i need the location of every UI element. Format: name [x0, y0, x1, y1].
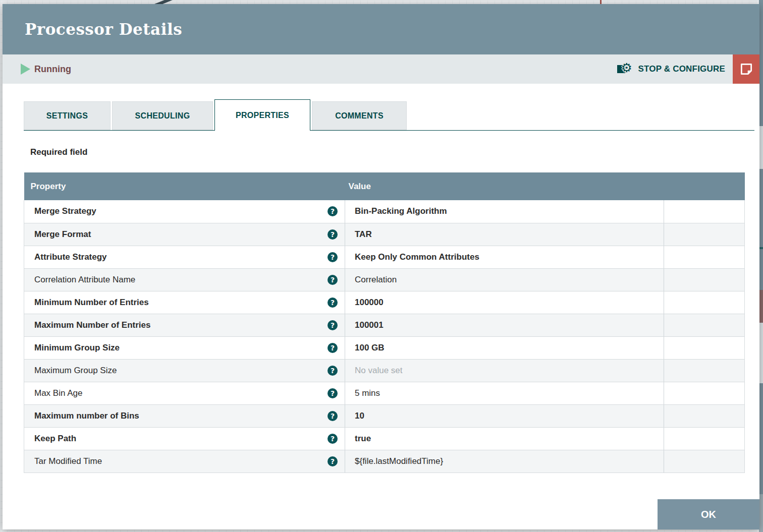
- tab-scheduling[interactable]: SCHEDULING: [112, 101, 213, 130]
- table-row: Correlation Attribute Name ? Correlation: [24, 268, 745, 291]
- property-name: Maximum number of Bins: [34, 411, 139, 421]
- table-row: Keep Path ? true: [24, 427, 745, 450]
- table-row: Maximum Number of Entries ? 100001: [24, 314, 745, 336]
- table-row: Merge Strategy ? Bin-Packing Algorithm: [24, 200, 745, 223]
- row-extra-cell: [664, 336, 745, 359]
- tab-properties[interactable]: PROPERTIES: [214, 99, 310, 131]
- note-button[interactable]: [733, 54, 759, 84]
- dialog-header: Processor Details: [3, 4, 759, 54]
- property-value: No value set: [355, 366, 403, 375]
- question-circle-icon[interactable]: ?: [328, 434, 338, 444]
- property-name: Maximum Number of Entries: [34, 320, 151, 330]
- row-extra-cell: [664, 200, 745, 223]
- property-name: Attribute Strategy: [34, 252, 107, 262]
- play-icon: [21, 64, 30, 75]
- tab-settings[interactable]: SETTINGS: [24, 101, 111, 130]
- property-value: true: [355, 434, 371, 443]
- property-value: 10: [355, 411, 364, 421]
- property-value: ${file.lastModifiedTime}: [355, 456, 443, 466]
- question-circle-icon[interactable]: ?: [328, 388, 338, 398]
- question-circle-icon[interactable]: ?: [328, 252, 338, 262]
- row-extra-cell: [664, 223, 745, 246]
- table-row: Maximum Group Size ? No value set: [24, 359, 745, 382]
- question-circle-icon[interactable]: ?: [328, 366, 338, 376]
- column-header-extra: [664, 172, 745, 200]
- row-extra-cell: [664, 268, 745, 291]
- properties-table: Property Value Merge Strategy ? Bin-Pack…: [24, 172, 745, 473]
- table-row: Minimum Group Size ? 100 GB: [24, 336, 745, 359]
- row-extra-cell: [664, 246, 745, 268]
- property-name: Keep Path: [34, 434, 76, 443]
- question-circle-icon[interactable]: ?: [328, 275, 338, 285]
- properties-table-header: Property Value: [24, 172, 745, 200]
- row-extra-cell: [664, 291, 745, 314]
- property-value: 5 mins: [355, 388, 380, 398]
- table-row: Attribute Strategy ? Keep Only Common At…: [24, 246, 745, 268]
- canvas-behind-component: [759, 0, 763, 532]
- status-label: Running: [34, 64, 71, 75]
- status-bar: Running ⚙ STOP & CONFIGURE: [3, 54, 759, 84]
- property-value: Keep Only Common Attributes: [355, 252, 479, 262]
- required-field-note: Required field: [30, 147, 87, 157]
- stop-and-configure-button[interactable]: ⚙ STOP & CONFIGURE: [617, 54, 725, 84]
- table-row: Minimum Number of Entries ? 100000: [24, 291, 745, 314]
- row-extra-cell: [664, 427, 745, 450]
- sticky-note-icon: [739, 62, 754, 77]
- column-header-value: Value: [345, 172, 664, 200]
- ok-button[interactable]: OK: [658, 499, 759, 529]
- row-extra-cell: [664, 404, 745, 427]
- question-circle-icon[interactable]: ?: [328, 320, 338, 330]
- property-name: Minimum Group Size: [34, 343, 120, 352]
- question-circle-icon[interactable]: ?: [328, 298, 338, 308]
- question-circle-icon[interactable]: ?: [328, 456, 338, 466]
- property-name: Maximum Group Size: [34, 366, 117, 375]
- property-value: Bin-Packing Algorithm: [355, 206, 447, 216]
- stop-gear-icon: ⚙: [617, 62, 634, 76]
- property-name: Minimum Number of Entries: [34, 298, 149, 307]
- property-value: 100001: [355, 320, 384, 330]
- property-name: Tar Modified Time: [34, 456, 102, 466]
- processor-details-dialog: Processor Details Running ⚙ STOP & CONFI…: [3, 4, 759, 529]
- row-extra-cell: [664, 450, 745, 472]
- column-header-property: Property: [24, 172, 345, 200]
- question-circle-icon[interactable]: ?: [328, 343, 338, 353]
- property-name: Merge Strategy: [34, 206, 96, 216]
- tab-comments-label: COMMENTS: [335, 111, 384, 121]
- properties-table-body: Merge Strategy ? Bin-Packing Algorithm M…: [24, 200, 745, 472]
- property-value: 100 GB: [355, 343, 385, 352]
- table-row: Tar Modified Time ? ${file.lastModifiedT…: [24, 450, 745, 472]
- property-name: Merge Format: [34, 229, 91, 239]
- row-extra-cell: [664, 359, 745, 382]
- table-row: Merge Format ? TAR: [24, 223, 745, 246]
- table-row: Maximum number of Bins ? 10: [24, 404, 745, 427]
- property-value: 100000: [355, 298, 384, 307]
- property-name: Max Bin Age: [34, 388, 82, 398]
- row-extra-cell: [664, 314, 745, 336]
- row-extra-cell: [664, 382, 745, 404]
- property-name: Correlation Attribute Name: [34, 275, 135, 284]
- tab-properties-label: PROPERTIES: [236, 111, 289, 120]
- question-circle-icon[interactable]: ?: [328, 411, 338, 421]
- tab-scheduling-label: SCHEDULING: [135, 111, 190, 121]
- property-value: TAR: [355, 229, 372, 239]
- stop-and-configure-label: STOP & CONFIGURE: [638, 64, 725, 74]
- tab-settings-label: SETTINGS: [46, 111, 88, 121]
- tab-comments[interactable]: COMMENTS: [312, 101, 407, 130]
- property-value: Correlation: [355, 275, 397, 284]
- gear-icon: ⚙: [621, 61, 632, 75]
- tab-bar: SETTINGS SCHEDULING PROPERTIES COMMENTS: [24, 99, 754, 131]
- table-row: Max Bin Age ? 5 mins: [24, 382, 745, 404]
- question-circle-icon[interactable]: ?: [328, 206, 338, 216]
- question-circle-icon[interactable]: ?: [328, 229, 338, 240]
- dialog-title: Processor Details: [25, 20, 182, 38]
